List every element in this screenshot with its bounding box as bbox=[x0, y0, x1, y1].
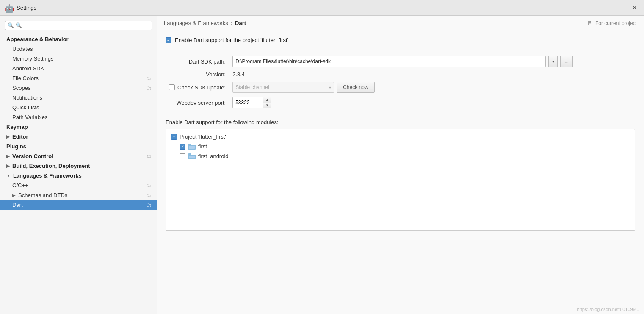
channel-dropdown[interactable]: Stable channel ▾ bbox=[232, 82, 334, 93]
port-increment-button[interactable]: ▲ bbox=[263, 97, 271, 103]
webdev-port-row: Webdev server port: ▲ ▼ bbox=[169, 97, 573, 108]
settings-window: 🤖 Settings ✕ 🔍 Appearance & Behavior Upd… bbox=[0, 0, 644, 314]
titlebar: 🤖 Settings ✕ bbox=[0, 0, 644, 16]
sidebar-item-languages-frameworks[interactable]: ▼ Languages & Frameworks bbox=[0, 171, 157, 181]
sidebar-item-languages-frameworks-label: Languages & Frameworks bbox=[13, 172, 82, 179]
sidebar-item-memory-settings[interactable]: Memory Settings bbox=[0, 54, 157, 64]
check-sdk-value-cell: Stable channel ▾ Check now bbox=[232, 82, 573, 93]
version-row: Version: 2.8.4 bbox=[169, 71, 573, 78]
for-project-label: 🖹 For current project bbox=[587, 20, 637, 26]
version-label: Version: bbox=[169, 71, 229, 78]
copy-icon-scopes: 🗂 bbox=[146, 85, 152, 91]
sidebar-item-appearance-behavior[interactable]: Appearance & Behavior bbox=[0, 34, 157, 44]
sdk-path-input[interactable] bbox=[232, 56, 546, 67]
copy-icon: 🗂 bbox=[146, 75, 152, 81]
app-icon: 🤖 bbox=[5, 4, 13, 12]
port-decrement-button[interactable]: ▼ bbox=[263, 103, 271, 108]
module-first-android-row[interactable]: first_android bbox=[169, 152, 631, 160]
breadcrumb-separator: › bbox=[231, 20, 232, 26]
sidebar-item-schemas-dtds[interactable]: ▶ Schemas and DTDs 🗂 bbox=[0, 190, 157, 200]
settings-form: Dart SDK path: ▾ ... Version: bbox=[166, 52, 576, 112]
channel-dropdown-arrow: ▾ bbox=[329, 85, 331, 90]
modules-section-label: Enable Dart support for the following mo… bbox=[166, 119, 635, 125]
search-box[interactable]: 🔍 bbox=[5, 21, 152, 30]
sdk-path-label: Dart SDK path: bbox=[169, 56, 229, 67]
sidebar-item-notifications[interactable]: Notifications bbox=[0, 93, 157, 103]
sidebar-item-plugins-label: Plugins bbox=[6, 143, 26, 150]
enable-dart-checkbox[interactable]: ✓ bbox=[166, 37, 171, 43]
check-sdk-checkbox[interactable] bbox=[169, 84, 175, 90]
version-control-expand-icon: ▶ bbox=[6, 154, 10, 158]
breadcrumb-parent: Languages & Frameworks bbox=[164, 20, 228, 26]
sidebar-item-updates[interactable]: Updates bbox=[0, 44, 157, 54]
check-sdk-label: Check SDK update: bbox=[169, 82, 229, 93]
copy-icon-schemas: 🗂 bbox=[146, 192, 152, 198]
version-value-cell: 2.8.4 bbox=[232, 71, 573, 78]
enable-dart-label: Enable Dart support for the project 'flu… bbox=[175, 37, 288, 43]
sidebar-item-build-execution-label: Build, Execution, Deployment bbox=[12, 163, 90, 169]
modules-tree: − Project 'flutter_first' ✓ first bbox=[166, 129, 635, 231]
module-first-android-label: first_android bbox=[198, 153, 229, 159]
sdk-path-row: Dart SDK path: ▾ ... bbox=[169, 56, 573, 67]
main-panel: Languages & Frameworks › Dart 🖹 For curr… bbox=[157, 16, 644, 314]
sidebar-item-dart[interactable]: Dart 🗂 bbox=[0, 200, 157, 210]
sidebar-item-path-variables[interactable]: Path Variables bbox=[0, 112, 157, 122]
watermark: https://blog.csdn.net/u01099... bbox=[157, 305, 644, 314]
sidebar-item-plugins[interactable]: Plugins bbox=[0, 142, 157, 151]
module-first-checkbox[interactable]: ✓ bbox=[180, 144, 185, 150]
check-sdk-input-row: Stable channel ▾ Check now bbox=[232, 82, 573, 93]
breadcrumb-current: Dart bbox=[235, 20, 246, 26]
project-row[interactable]: − Project 'flutter_first' bbox=[169, 133, 631, 141]
webdev-port-label: Webdev server port: bbox=[169, 97, 229, 108]
project-name: Project 'flutter_first' bbox=[180, 133, 226, 140]
sidebar-item-version-control[interactable]: ▶ Version Control 🗂 bbox=[0, 151, 157, 161]
editor-expand-icon: ▶ bbox=[6, 134, 10, 139]
folder-icon-first bbox=[188, 144, 196, 150]
sidebar-item-quick-lists[interactable]: Quick Lists bbox=[0, 103, 157, 112]
copy-icon-cpp: 🗂 bbox=[146, 183, 152, 189]
sidebar-item-scopes[interactable]: Scopes 🗂 bbox=[0, 83, 157, 93]
sdk-path-dropdown-button[interactable]: ▾ bbox=[548, 56, 558, 67]
webdev-port-input[interactable] bbox=[232, 97, 263, 108]
sidebar-item-editor[interactable]: ▶ Editor bbox=[0, 132, 157, 142]
window-title: Settings bbox=[17, 5, 629, 11]
port-spinner: ▲ ▼ bbox=[263, 97, 271, 108]
build-execution-expand-icon: ▶ bbox=[6, 164, 10, 168]
main-content: 🔍 Appearance & Behavior Updates Memory S… bbox=[0, 16, 644, 314]
sdk-path-value-cell: ▾ ... bbox=[232, 56, 573, 67]
languages-frameworks-expand-icon: ▼ bbox=[6, 173, 11, 178]
sidebar-item-editor-label: Editor bbox=[12, 133, 28, 140]
close-button[interactable]: ✕ bbox=[629, 3, 639, 13]
schemas-expand-icon: ▶ bbox=[12, 193, 16, 197]
panel-body: ✓ Enable Dart support for the project 'f… bbox=[157, 30, 644, 305]
module-first-android-checkbox[interactable] bbox=[180, 153, 185, 159]
module-first-label: first bbox=[198, 143, 207, 150]
sidebar-item-keymap-label: Keymap bbox=[6, 124, 28, 130]
sdk-path-browse-button[interactable]: ... bbox=[560, 56, 573, 67]
sidebar-item-appearance-label: Appearance & Behavior bbox=[6, 36, 69, 42]
sidebar: 🔍 Appearance & Behavior Updates Memory S… bbox=[0, 16, 157, 314]
sidebar-item-file-colors[interactable]: File Colors 🗂 bbox=[0, 73, 157, 83]
check-sdk-label-row: Check SDK update: bbox=[169, 84, 226, 91]
sdk-path-input-row: ▾ ... bbox=[232, 56, 573, 67]
sidebar-item-keymap[interactable]: Keymap bbox=[0, 122, 157, 132]
port-input-row: ▲ ▼ bbox=[232, 97, 573, 108]
copy-icon-dart: 🗂 bbox=[146, 202, 152, 208]
search-input[interactable] bbox=[16, 22, 149, 28]
sidebar-item-version-control-label: Version Control bbox=[12, 153, 53, 159]
sidebar-item-build-execution[interactable]: ▶ Build, Execution, Deployment bbox=[0, 161, 157, 171]
module-first-row[interactable]: ✓ first bbox=[169, 142, 631, 150]
project-collapse-icon[interactable]: − bbox=[171, 134, 177, 140]
search-icon: 🔍 bbox=[8, 22, 14, 28]
folder-icon-first-android bbox=[188, 153, 196, 159]
copy-icon-vc: 🗂 bbox=[146, 153, 152, 159]
check-sdk-row: Check SDK update: Stable channel ▾ Check… bbox=[169, 82, 573, 93]
sidebar-item-cpp[interactable]: C/C++ 🗂 bbox=[0, 181, 157, 190]
breadcrumb: Languages & Frameworks › Dart 🖹 For curr… bbox=[157, 16, 644, 30]
sidebar-item-android-sdk[interactable]: Android SDK bbox=[0, 64, 157, 73]
check-now-button[interactable]: Check now bbox=[337, 82, 374, 93]
webdev-port-value-cell: ▲ ▼ bbox=[232, 97, 573, 108]
version-value: 2.8.4 bbox=[232, 71, 245, 78]
enable-dart-row: ✓ Enable Dart support for the project 'f… bbox=[166, 37, 635, 43]
